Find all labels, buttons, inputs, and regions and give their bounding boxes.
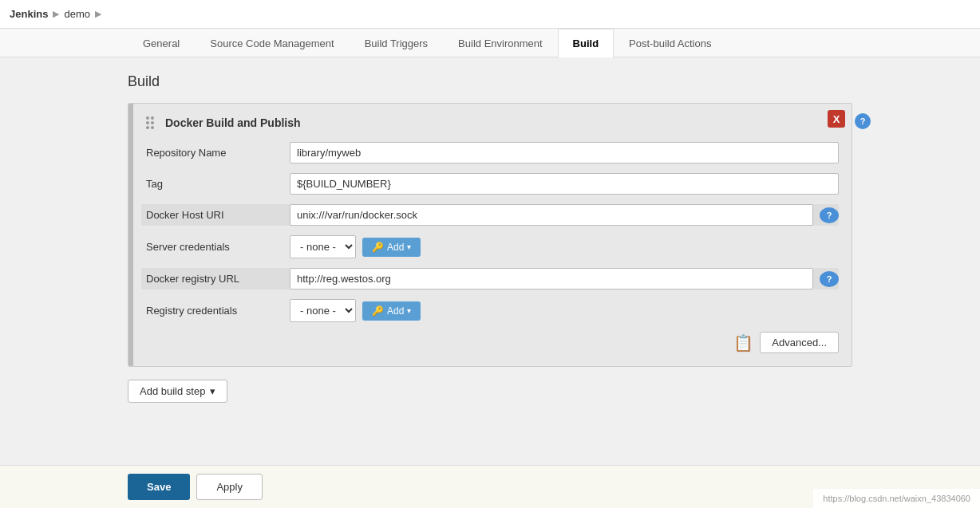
advanced-button[interactable]: Advanced... xyxy=(760,332,839,353)
server-credentials-controls: - none - 🔑 Add ▾ xyxy=(290,235,421,258)
section-title: Build xyxy=(128,73,852,90)
tab-build[interactable]: Build xyxy=(558,29,614,57)
drag-dot-6 xyxy=(151,126,154,129)
tag-label: Tag xyxy=(146,178,290,190)
close-card-button[interactable]: X xyxy=(828,110,845,128)
main-content: Build Docker Build and Publish X ? Repos… xyxy=(0,57,980,486)
notes-icon[interactable]: 📋 xyxy=(733,333,753,352)
registry-add-dropdown-arrow: ▾ xyxy=(407,306,411,315)
drag-dot-5 xyxy=(146,126,149,129)
docker-host-uri-row: Docker Host URI ? xyxy=(141,204,839,226)
docker-registry-url-help-button[interactable]: ? xyxy=(820,271,839,287)
docker-host-uri-help-button[interactable]: ? xyxy=(820,207,839,223)
registry-credentials-controls: - none - 🔑 Add ▾ xyxy=(290,299,421,322)
tab-build-triggers[interactable]: Build Triggers xyxy=(350,29,443,57)
repository-name-label: Repository Name xyxy=(146,147,290,159)
registry-credentials-select[interactable]: - none - xyxy=(290,299,356,322)
registry-credentials-add-button[interactable]: 🔑 Add ▾ xyxy=(362,301,421,321)
repository-name-row: Repository Name xyxy=(146,142,839,163)
action-bar: Save Apply xyxy=(0,465,980,486)
tab-general[interactable]: General xyxy=(128,29,195,57)
card-title: Docker Build and Publish xyxy=(165,116,301,129)
drag-dot-1 xyxy=(146,116,149,120)
drag-dot-4 xyxy=(151,121,154,124)
docker-registry-url-input[interactable] xyxy=(290,268,813,289)
tab-build-environment[interactable]: Build Environment xyxy=(443,29,558,57)
tab-source-code-management[interactable]: Source Code Management xyxy=(195,29,349,57)
add-build-step-button[interactable]: Add build step ▾ xyxy=(128,380,227,403)
tabs-bar: General Source Code Management Build Tri… xyxy=(0,29,980,57)
card-help-button[interactable]: ? xyxy=(855,113,871,129)
breadcrumb-arrow-1: ▶ xyxy=(53,9,59,19)
server-credentials-select[interactable]: - none - xyxy=(290,235,356,258)
docker-host-uri-input[interactable] xyxy=(290,204,813,226)
card-footer: 📋 Advanced... xyxy=(146,332,839,353)
tab-post-build-actions[interactable]: Post-build Actions xyxy=(614,29,726,57)
server-credentials-row: Server credentials - none - 🔑 Add ▾ xyxy=(146,235,839,258)
demo-link[interactable]: demo xyxy=(64,8,90,20)
docker-host-uri-label: Docker Host URI xyxy=(146,209,290,221)
card-left-border xyxy=(128,104,133,366)
drag-dot-3 xyxy=(146,121,149,124)
jenkins-link[interactable]: Jenkins xyxy=(10,8,48,20)
apply-button[interactable]: Apply xyxy=(196,474,263,486)
topbar: Jenkins ▶ demo ▶ xyxy=(0,0,980,29)
breadcrumb-arrow-2: ▶ xyxy=(95,9,101,19)
server-add-dropdown-arrow: ▾ xyxy=(407,242,411,251)
card-header: Docker Build and Publish X ? xyxy=(146,116,839,129)
add-build-step-label: Add build step xyxy=(140,385,205,397)
save-button[interactable]: Save xyxy=(128,474,190,486)
server-credentials-label: Server credentials xyxy=(146,241,290,253)
docker-registry-url-label: Docker registry URL xyxy=(146,273,290,285)
drag-dot-2 xyxy=(151,116,154,120)
registry-credentials-row: Registry credentials - none - 🔑 Add ▾ xyxy=(146,299,839,322)
key-icon-2: 🔑 xyxy=(372,305,384,317)
build-card: Docker Build and Publish X ? Repository … xyxy=(128,103,852,367)
add-build-step-container: Add build step ▾ xyxy=(128,380,852,403)
registry-credentials-label: Registry credentials xyxy=(146,305,290,317)
repository-name-input[interactable] xyxy=(290,142,839,163)
tag-row: Tag xyxy=(146,173,839,195)
docker-registry-url-row: Docker registry URL ? xyxy=(141,268,839,289)
server-add-label: Add xyxy=(387,242,404,253)
drag-handle[interactable] xyxy=(146,116,159,129)
key-icon: 🔑 xyxy=(372,242,384,253)
server-credentials-add-button[interactable]: 🔑 Add ▾ xyxy=(362,238,421,257)
add-build-step-arrow: ▾ xyxy=(210,385,215,397)
registry-add-label: Add xyxy=(387,305,404,317)
tag-input[interactable] xyxy=(290,173,839,195)
